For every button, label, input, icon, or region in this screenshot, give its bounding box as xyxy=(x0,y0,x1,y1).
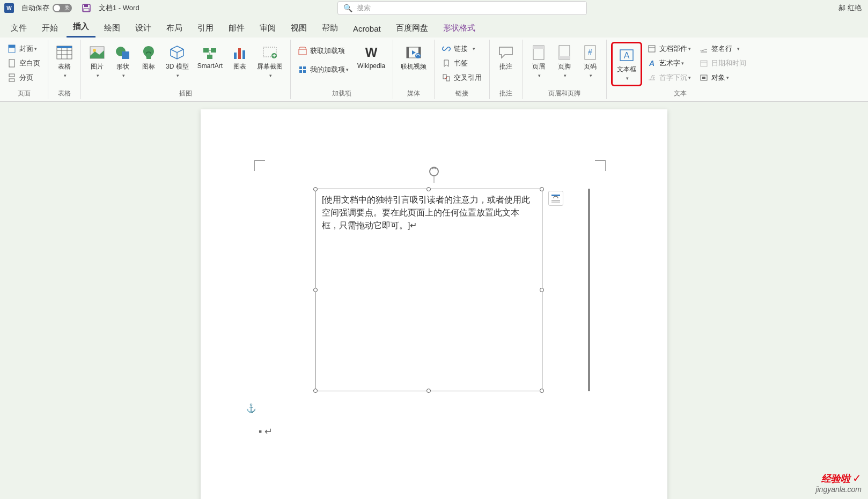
group-label-tables: 表格 xyxy=(53,89,76,98)
watermark: 经验啦 ✓ jingyanla.com xyxy=(815,472,862,494)
model3d-icon xyxy=(168,44,186,61)
chevron-down-icon: ▾ xyxy=(688,46,691,51)
svg-rect-29 xyxy=(299,70,302,73)
screenshot-icon xyxy=(261,44,278,61)
svg-rect-19 xyxy=(211,48,216,53)
svg-rect-30 xyxy=(303,70,306,73)
my-addins-button[interactable]: 我的加载项▾ xyxy=(295,61,352,79)
tab-layout[interactable]: 布局 xyxy=(160,19,189,38)
tab-design[interactable]: 设计 xyxy=(129,19,158,38)
svg-rect-21 xyxy=(234,53,237,59)
vertical-guide xyxy=(588,189,590,391)
svg-text:A: A xyxy=(649,59,654,68)
tab-home[interactable]: 开始 xyxy=(35,19,64,38)
text-frame-content[interactable]: [使用文档中的独特引言吸引读者的注意力，或者使用此空间强调要点。要在此页面上的任… xyxy=(315,189,542,236)
tab-view[interactable]: 视图 xyxy=(284,19,313,38)
chart-button[interactable]: 图表 xyxy=(228,42,252,73)
online-video-button[interactable]: 联机视频 xyxy=(398,42,430,73)
tab-acrobat[interactable]: Acrobat xyxy=(347,20,387,38)
datetime-icon xyxy=(700,59,708,68)
tab-references[interactable]: 引用 xyxy=(191,19,220,38)
picture-button[interactable]: 图片▾ xyxy=(85,42,109,81)
textbox-button[interactable]: A文本框▾ xyxy=(614,44,639,84)
margin-corner-tr xyxy=(595,160,606,171)
svg-rect-20 xyxy=(207,55,212,59)
chevron-down-icon: ▾ xyxy=(626,76,629,81)
footer-button[interactable]: 页脚▾ xyxy=(553,42,576,81)
svg-rect-28 xyxy=(303,66,306,69)
resize-handle-e[interactable] xyxy=(540,288,544,292)
tab-help[interactable]: 帮助 xyxy=(315,19,344,38)
resize-handle-ne[interactable] xyxy=(540,187,544,191)
signature-button[interactable]: 签名行 ▾ xyxy=(696,42,749,56)
svg-rect-33 xyxy=(407,47,409,58)
tab-baidu[interactable]: 百度网盘 xyxy=(389,19,435,38)
wikipedia-button[interactable]: WWikipedia xyxy=(354,42,388,72)
rotate-handle[interactable] xyxy=(428,166,440,177)
chevron-down-icon: ▾ xyxy=(538,73,541,78)
search-box[interactable]: 🔍 搜索 xyxy=(337,1,587,15)
page[interactable]: [使用文档中的独特引言吸引读者的注意力，或者使用此空间强调要点。要在此页面上的任… xyxy=(201,109,667,499)
group-label-comments: 批注 xyxy=(494,89,518,98)
page-break-button[interactable]: 分页 xyxy=(4,71,43,85)
svg-rect-13 xyxy=(57,46,72,48)
text-frame[interactable]: [使用文档中的独特引言吸引读者的注意力，或者使用此空间强调要点。要在此页面上的任… xyxy=(315,189,542,391)
group-header-footer: 页眉▾ 页脚▾ #页码▾ 页眉和页脚 xyxy=(523,40,607,99)
page-number-icon: # xyxy=(582,44,599,61)
crossref-button[interactable]: 交叉引用 xyxy=(439,71,485,85)
tab-insert[interactable]: 插入 xyxy=(67,17,95,38)
group-addins: 获取加载项 我的加载项▾ WWikipedia 加载项 xyxy=(291,40,393,99)
get-addins-button[interactable]: 获取加载项 xyxy=(295,42,352,60)
tab-file[interactable]: 文件 xyxy=(4,19,33,38)
resize-handle-se[interactable] xyxy=(540,389,544,393)
toggle-state: 关 xyxy=(64,4,70,12)
parts-button[interactable]: 文档部件▾ xyxy=(644,42,694,56)
highlight-textbox: A文本框▾ xyxy=(611,42,642,86)
icons-button[interactable]: 图标 xyxy=(137,42,160,73)
tab-shape-format[interactable]: 形状格式 xyxy=(437,19,482,38)
document-title: 文档1 - Word xyxy=(99,3,139,13)
user-name[interactable]: 郝 红艳 xyxy=(838,3,862,13)
group-media: 联机视频 媒体 xyxy=(393,40,435,99)
svg-text:#: # xyxy=(588,48,592,56)
object-icon xyxy=(700,73,708,82)
comment-button[interactable]: 批注 xyxy=(494,42,518,73)
smartart-button[interactable]: SmartArt xyxy=(194,42,226,72)
object-button[interactable]: 对象▾ xyxy=(696,71,749,85)
blank-page-button[interactable]: 空白页 xyxy=(4,56,43,70)
layout-options-button[interactable] xyxy=(548,191,563,206)
ribbon: 封面▾ 空白页 分页 页面 表格▾ 表格 图片▾ 形状▾ 图标 3D 模型▾ S… xyxy=(0,38,868,102)
table-button[interactable]: 表格▾ xyxy=(53,42,76,81)
anchor-icon: ⚓ xyxy=(246,403,256,413)
header-button[interactable]: 页眉▾ xyxy=(527,42,550,81)
svg-rect-1 xyxy=(84,4,88,7)
watermark-text: 经验啦 xyxy=(821,473,850,484)
smartart-icon xyxy=(201,44,218,61)
svg-rect-2 xyxy=(84,9,89,11)
bookmark-button[interactable]: 书签 xyxy=(439,56,485,70)
resize-handle-w[interactable] xyxy=(313,288,318,292)
document-area[interactable]: [使用文档中的独特引言吸引读者的注意力，或者使用此空间强调要点。要在此页面上的任… xyxy=(0,102,868,499)
resize-handle-s[interactable] xyxy=(426,389,431,393)
model3d-button[interactable]: 3D 模型▾ xyxy=(163,42,192,81)
page-number-button[interactable]: #页码▾ xyxy=(578,42,602,81)
tab-draw[interactable]: 绘图 xyxy=(98,19,127,38)
resize-handle-n[interactable] xyxy=(426,187,431,191)
resize-handle-nw[interactable] xyxy=(313,187,318,191)
wordart-button[interactable]: A艺术字▾ xyxy=(644,56,694,70)
autosave-toggle[interactable]: 关 xyxy=(53,4,72,12)
tab-mailings[interactable]: 邮件 xyxy=(222,19,251,38)
screenshot-button[interactable]: 屏幕截图▾ xyxy=(254,42,286,81)
resize-handle-sw[interactable] xyxy=(313,389,318,393)
picture-icon xyxy=(89,44,106,61)
shapes-button[interactable]: 形状▾ xyxy=(111,42,135,81)
search-placeholder: 搜索 xyxy=(357,3,371,13)
link-button[interactable]: 链接 ▾ xyxy=(439,42,485,56)
save-icon[interactable] xyxy=(82,3,91,13)
cover-page-button[interactable]: 封面▾ xyxy=(4,42,43,56)
chevron-down-icon: ▾ xyxy=(64,73,67,78)
tab-review[interactable]: 审阅 xyxy=(253,19,282,38)
svg-rect-18 xyxy=(203,48,209,53)
wordart-icon: A xyxy=(648,59,656,68)
svg-rect-7 xyxy=(9,79,14,81)
